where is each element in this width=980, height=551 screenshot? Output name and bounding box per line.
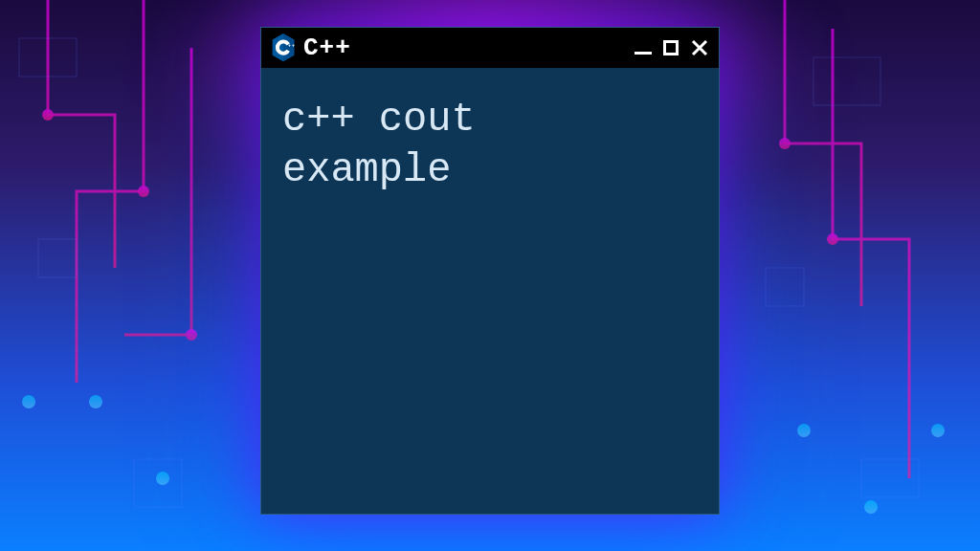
close-button[interactable] — [690, 38, 709, 57]
svg-point-1 — [138, 186, 149, 197]
terminal-window: + + C++ c++ cout example — [260, 27, 720, 515]
svg-rect-16 — [766, 268, 804, 306]
svg-rect-15 — [38, 239, 77, 277]
svg-point-6 — [156, 472, 169, 485]
svg-text:+: + — [288, 43, 291, 48]
minimize-button[interactable] — [635, 42, 652, 55]
maximize-icon — [663, 40, 679, 55]
svg-point-4 — [186, 329, 197, 341]
close-icon — [690, 38, 709, 57]
minimize-icon — [635, 52, 652, 55]
svg-rect-12 — [134, 459, 182, 507]
svg-point-3 — [827, 233, 838, 245]
svg-point-0 — [42, 109, 54, 121]
window-titlebar[interactable]: + + C++ — [261, 28, 719, 68]
cpp-logo-icon: + + — [271, 34, 296, 61]
svg-point-8 — [864, 500, 878, 514]
window-controls — [635, 38, 709, 57]
svg-point-5 — [89, 395, 102, 408]
window-title: C++ — [303, 33, 627, 62]
terminal-content[interactable]: c++ cout example — [261, 68, 719, 514]
maximize-button[interactable] — [663, 40, 679, 55]
svg-point-7 — [797, 424, 811, 437]
svg-point-10 — [931, 424, 945, 437]
svg-text:+: + — [292, 43, 295, 48]
svg-point-9 — [22, 395, 35, 408]
